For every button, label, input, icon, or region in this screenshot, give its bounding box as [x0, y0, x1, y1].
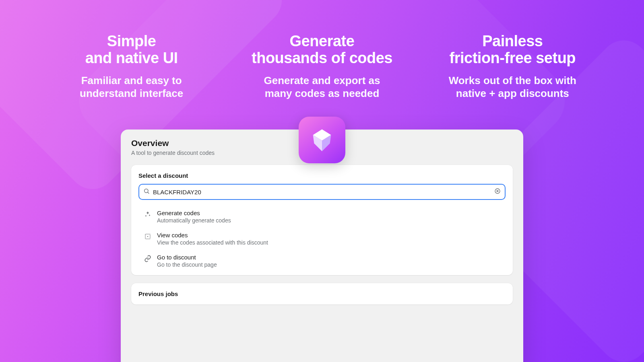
- app-panel: Overview A tool to generate discount cod…: [121, 130, 523, 362]
- action-go-to-discount[interactable]: Go to discount Go to the discount page: [138, 250, 506, 272]
- action-title: Generate codes: [157, 210, 231, 216]
- feature-sub: Generate and export as many codes as nee…: [238, 74, 406, 100]
- action-title: Go to discount: [157, 254, 217, 261]
- feature-title-line2: and native UI: [85, 49, 178, 66]
- action-sub: Go to the discount page: [157, 261, 217, 268]
- feature-row: Simple and native UI Familiar and easy t…: [0, 33, 644, 100]
- feature-title-line2: thousands of codes: [252, 49, 392, 66]
- feature-sub-line1: Works out of the box with: [449, 74, 576, 86]
- feature-simple-ui: Simple and native UI Familiar and easy t…: [36, 33, 227, 100]
- feature-title-line1: Generate: [290, 33, 355, 49]
- feature-title-line2: friction-free setup: [450, 49, 576, 66]
- link-icon: [144, 255, 151, 262]
- feature-sub: Familiar and easy to understand interfac…: [47, 74, 215, 100]
- select-discount-card: Select a discount Generate codes: [131, 165, 513, 275]
- app-logo-icon: [299, 117, 345, 163]
- feature-title: Painless friction-free setup: [429, 33, 597, 67]
- action-sub: View the codes associated with this disc…: [157, 239, 268, 246]
- card-title: Select a discount: [138, 172, 506, 179]
- feature-title: Simple and native UI: [47, 33, 215, 67]
- previous-jobs-card: Previous jobs: [131, 283, 513, 304]
- search-icon: [143, 188, 150, 196]
- feature-generate-codes: Generate thousands of codes Generate and…: [227, 33, 417, 100]
- feature-sub-line2: many codes as needed: [265, 87, 380, 99]
- action-sub: Automatically generate codes: [157, 217, 231, 224]
- feature-title-line1: Simple: [107, 33, 156, 49]
- feature-title: Generate thousands of codes: [238, 33, 406, 67]
- action-view-codes[interactable]: View codes View the codes associated wit…: [138, 228, 506, 250]
- feature-sub-line2: understand interface: [80, 87, 183, 99]
- feature-sub-line2: native + app discounts: [456, 87, 569, 99]
- card-title: Previous jobs: [138, 290, 506, 297]
- feature-painless-setup: Painless friction-free setup Works out o…: [417, 33, 608, 100]
- marketing-background: Simple and native UI Familiar and easy t…: [0, 0, 644, 362]
- svg-point-6: [147, 236, 148, 237]
- feature-sub-line1: Generate and export as: [264, 74, 380, 86]
- action-generate-codes[interactable]: Generate codes Automatically generate co…: [138, 206, 506, 228]
- feature-sub: Works out of the box with native + app d…: [429, 74, 597, 100]
- discount-actions-list: Generate codes Automatically generate co…: [138, 206, 506, 272]
- feature-title-line1: Painless: [482, 33, 543, 49]
- clear-input-icon[interactable]: [494, 188, 501, 196]
- discount-search-field[interactable]: [138, 184, 506, 200]
- sparkle-icon: [144, 211, 151, 218]
- feature-sub-line1: Familiar and easy to: [81, 74, 182, 86]
- svg-line-1: [148, 192, 149, 193]
- grid-icon: [144, 233, 151, 240]
- discount-search-input[interactable]: [153, 189, 490, 195]
- action-title: View codes: [157, 232, 268, 239]
